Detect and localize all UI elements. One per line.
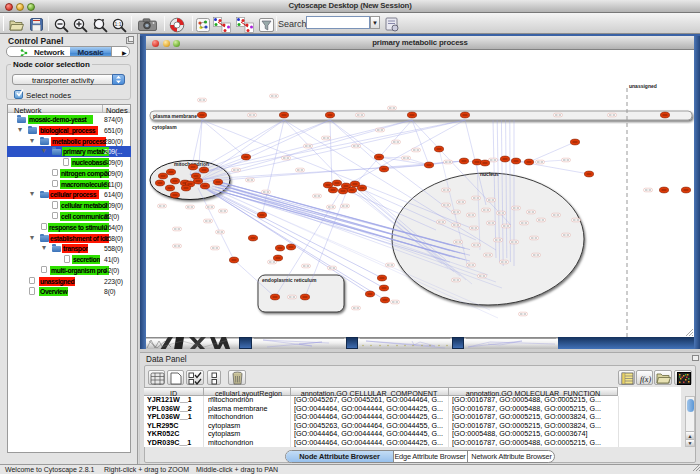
svg-text:nucleus: nucleus [480,171,499,177]
svg-text:endoplasmic reticulum: endoplasmic reticulum [262,277,317,283]
svg-text:cytoplasm: cytoplasm [152,124,177,130]
svg-text:unassigned: unassigned [629,83,657,89]
svg-text:f(x): f(x) [639,374,650,383]
svg-text:plasma membrane: plasma membrane [153,113,197,119]
